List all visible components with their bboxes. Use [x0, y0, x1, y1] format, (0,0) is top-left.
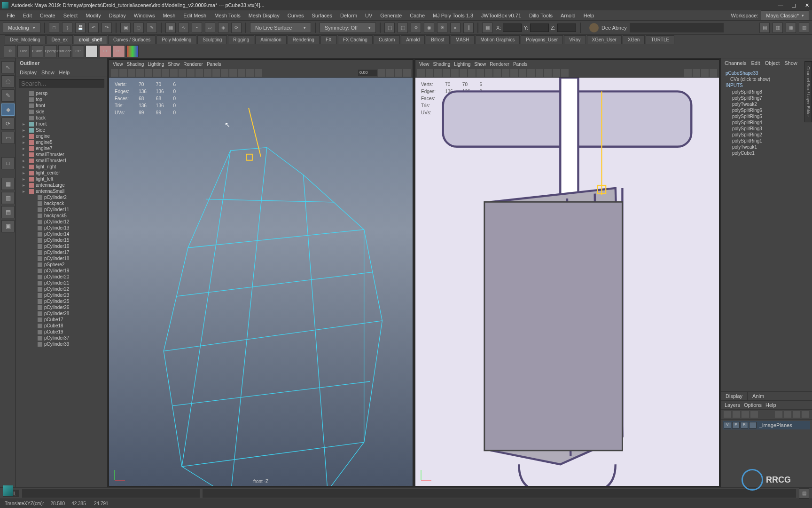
ipr-icon[interactable]: ⬚ [398, 23, 408, 33]
vp-tool-icon[interactable] [536, 69, 543, 77]
outliner-item[interactable]: pCylinder17 [16, 249, 107, 255]
vp-tool-icon[interactable] [386, 69, 394, 77]
shelf-tab[interactable]: Curves / Surfaces [108, 35, 156, 44]
vp-tool-icon[interactable] [693, 69, 700, 77]
outliner-item[interactable]: pCylinder14 [16, 231, 107, 237]
vp-tool-icon[interactable] [395, 69, 402, 77]
rotate-tool-icon[interactable]: ⟳ [1, 118, 15, 130]
shelf-item[interactable]: CP [72, 45, 84, 57]
pause-icon[interactable]: ‖ [463, 23, 474, 33]
outliner-item[interactable]: pCylinder20 [16, 274, 107, 280]
render-settings-icon[interactable]: ⚙ [411, 23, 421, 33]
snap-toggle-icon[interactable]: ⟳ [231, 23, 242, 33]
shelf-tab[interactable]: Sculpting [197, 35, 227, 44]
vp-tool-icon[interactable] [136, 69, 144, 77]
layer-name[interactable]: _imagePlanes [757, 422, 809, 428]
vp-tool-icon[interactable] [246, 69, 254, 77]
vp-tool-icon[interactable] [701, 69, 709, 77]
outliner-item[interactable]: pCylinder18 [16, 255, 107, 262]
vp-tool-icon[interactable] [710, 69, 717, 77]
vp-tool-icon[interactable] [519, 69, 526, 77]
shelf-tab[interactable]: Animation [255, 35, 286, 44]
vp-menu-renderer[interactable]: Renderer [490, 62, 509, 67]
close-button[interactable]: ✕ [804, 2, 810, 8]
paint-select-icon[interactable]: ✎ [147, 23, 157, 33]
outliner-item[interactable]: ▸smallThruster [16, 151, 107, 158]
shelf-tab[interactable]: Custom [374, 35, 400, 44]
vp-tool-icon[interactable] [502, 69, 509, 77]
layer-color-swatch[interactable] [749, 422, 757, 429]
layer-tab-display[interactable]: Display [721, 392, 748, 400]
outliner-item[interactable]: pCube19 [16, 329, 107, 335]
outliner-item[interactable]: pCylinder11 [16, 206, 107, 213]
layer-icon[interactable] [802, 411, 809, 418]
outliner-item[interactable]: front [16, 103, 107, 109]
outliner-menu-display[interactable]: Display [20, 70, 37, 75]
shelf-tab[interactable]: Arnold [401, 35, 425, 44]
scale-tool-icon[interactable]: ▭ [1, 132, 15, 144]
layer-ref-toggle[interactable]: R [741, 422, 748, 429]
menu-uv[interactable]: UV [361, 12, 376, 19]
layer-vis-toggle[interactable]: V [724, 422, 731, 429]
new-scene-icon[interactable]: □ [49, 23, 59, 33]
layout-four-icon[interactable]: ▦ [1, 178, 15, 190]
vp-menu-view[interactable]: View [419, 62, 429, 67]
vp-tool-icon[interactable] [255, 69, 262, 77]
menu-mesh-tools[interactable]: Mesh Tools [211, 12, 244, 19]
vp-tool-icon[interactable] [426, 69, 433, 77]
menu-modify[interactable]: Modify [82, 12, 104, 19]
snap-grid-icon[interactable]: ▦ [165, 23, 176, 33]
shelf-item[interactable]: FT [99, 45, 111, 57]
undo-icon[interactable]: ↶ [88, 23, 99, 33]
shelf-tab[interactable]: Rendering [288, 35, 320, 44]
outliner-item[interactable]: pCylinder26 [16, 304, 107, 310]
outliner-item[interactable]: ▸light_left [16, 176, 107, 182]
maximize-button[interactable]: ▢ [790, 2, 797, 8]
vp-tool-icon[interactable] [684, 69, 692, 77]
shelf-tab[interactable]: XGen [623, 35, 645, 44]
open-scene-icon[interactable]: ⤵ [62, 23, 72, 33]
vp-menu-view[interactable]: View [113, 62, 123, 67]
cmd-input[interactable] [22, 489, 200, 498]
cb-input-node[interactable]: polySplitRing5 [726, 113, 807, 119]
vp-tool-icon[interactable] [195, 69, 203, 77]
cb-input-node[interactable]: polySplitRing4 [726, 119, 807, 126]
workspace-dropdown[interactable]: Maya Classic* [761, 10, 809, 21]
shelf-item[interactable]: FSide [31, 45, 43, 57]
vp-tool-icon[interactable] [460, 69, 467, 77]
outliner-item[interactable]: ▸light_center [16, 170, 107, 176]
outliner-item[interactable]: pCylinder22 [16, 286, 107, 292]
vp-menu-lighting[interactable]: Lighting [148, 62, 164, 67]
menu-arnold[interactable]: Arnold [557, 12, 579, 19]
shelf-item[interactable]: CutFace [58, 45, 70, 57]
shelf-tab[interactable]: Bifrost [426, 35, 449, 44]
outliner-menu-help[interactable]: Help [59, 70, 70, 75]
outliner-item[interactable]: ▸Front [16, 121, 107, 127]
outliner-item[interactable]: ▸smallThruster1 [16, 158, 107, 164]
cb-menu-object[interactable]: Object [765, 60, 780, 66]
save-scene-icon[interactable]: 💾 [75, 23, 86, 33]
shelf-tab[interactable]: MASH [451, 35, 475, 44]
layer-icon[interactable] [724, 411, 731, 418]
outliner-item[interactable]: ▸engine5 [16, 139, 107, 145]
layout-two-icon[interactable]: ▥ [1, 192, 15, 204]
outliner-item[interactable]: pCylinder19 [16, 268, 107, 274]
menu-edit-mesh[interactable]: Edit Mesh [180, 12, 210, 19]
shelf-tab[interactable]: FX [320, 35, 337, 44]
vp-tool-icon[interactable] [443, 69, 450, 77]
vp-tool-icon[interactable] [378, 69, 385, 77]
outliner-item[interactable]: backpack5 [16, 213, 107, 219]
outliner-item[interactable]: pCube18 [16, 323, 107, 329]
outliner-item[interactable]: pCylinder12 [16, 219, 107, 225]
menu-select[interactable]: Select [60, 12, 82, 19]
shelf-tab[interactable]: TURTLE [646, 35, 674, 44]
layer-icon[interactable] [775, 411, 782, 418]
cb-menu-channels[interactable]: Channels [725, 60, 746, 66]
outliner-tree[interactable]: persptopfrontsideback▸Front▸Side▸engine▸… [16, 89, 107, 487]
outliner-item[interactable]: pCylinder13 [16, 225, 107, 231]
cb-input-node[interactable]: polySplitRing1 [726, 138, 807, 144]
shelf-item[interactable]: RT [113, 45, 125, 57]
toggle-modeling-icon[interactable]: ▧ [799, 23, 809, 33]
layer-menu-options[interactable]: Options [744, 402, 762, 408]
cb-cvs[interactable]: CVs (click to show) [724, 76, 809, 82]
